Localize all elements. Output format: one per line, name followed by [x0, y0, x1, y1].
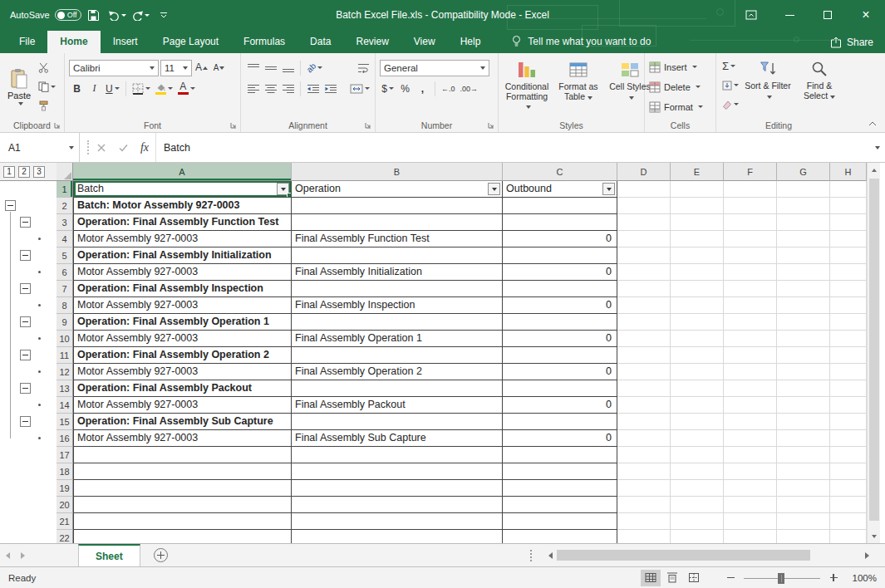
cell-e13[interactable]	[671, 380, 724, 397]
cell-c19[interactable]	[503, 480, 617, 497]
cell-c18[interactable]	[503, 463, 617, 480]
cell-b2[interactable]	[292, 198, 503, 214]
cell-h21[interactable]	[830, 513, 867, 530]
increase-indent-button[interactable]	[322, 80, 338, 97]
outline-level-3[interactable]: 3	[33, 166, 45, 178]
font-size-combo[interactable]: 11	[160, 60, 192, 76]
cell-g7[interactable]	[777, 281, 830, 297]
autosave-toggle[interactable]: AutoSave Off	[10, 9, 81, 21]
select-all-button[interactable]	[57, 163, 73, 181]
cell-e22[interactable]	[671, 530, 724, 543]
cell-d6[interactable]	[617, 264, 671, 281]
customize-quick-access-toolbar-button[interactable]	[153, 3, 175, 27]
tab-review[interactable]: Review	[343, 31, 401, 53]
column-header-d[interactable]: D	[617, 163, 671, 181]
cell-c3[interactable]	[503, 214, 617, 231]
cell-c8[interactable]: 0	[503, 297, 617, 314]
cell-a8[interactable]: Motor Assembly 927-0003	[73, 297, 292, 314]
vertical-scrollbar[interactable]	[867, 163, 880, 543]
outline-collapse-button[interactable]	[20, 283, 31, 294]
row-header-16[interactable]: 16	[57, 430, 73, 447]
cell-e8[interactable]	[671, 297, 724, 314]
cell-c16[interactable]: 0	[503, 430, 617, 447]
cell-a10[interactable]: Motor Assembly 927-0003	[73, 331, 292, 347]
name-box[interactable]: A1	[0, 133, 80, 162]
close-button[interactable]: ×	[847, 0, 885, 30]
cell-a2[interactable]: Batch: Motor Assembly 927-0003	[73, 198, 292, 214]
cell-d13[interactable]	[617, 380, 671, 397]
cell-f12[interactable]	[724, 364, 777, 380]
formula-input[interactable]: Batch	[155, 133, 867, 162]
cell-a22[interactable]	[73, 530, 292, 543]
format-cells-button[interactable]: Format	[649, 98, 712, 115]
sheet-tab[interactable]: Sheet	[78, 544, 140, 566]
cell-c6[interactable]: 0	[503, 264, 617, 281]
zoom-in-button[interactable]	[827, 571, 840, 585]
tab-home[interactable]: Home	[47, 31, 100, 53]
conditional-formatting-button[interactable]: Conditional Formatting	[503, 57, 551, 117]
cell-d15[interactable]	[617, 414, 671, 430]
cell-f13[interactable]	[724, 380, 777, 397]
cell-f9[interactable]	[724, 314, 777, 331]
cancel-button[interactable]	[91, 133, 112, 162]
tab-formulas[interactable]: Formulas	[231, 31, 297, 53]
cell-g4[interactable]	[777, 231, 830, 247]
cell-f16[interactable]	[724, 430, 777, 447]
row-header-1[interactable]: 1	[57, 181, 73, 198]
percent-style-button[interactable]: %	[397, 80, 413, 97]
row-header-18[interactable]: 18	[57, 463, 73, 480]
cell-h4[interactable]	[830, 231, 867, 247]
scroll-up-button[interactable]	[868, 163, 881, 177]
cell-e21[interactable]	[671, 513, 724, 530]
cell-g8[interactable]	[777, 297, 830, 314]
page-break-preview-button[interactable]	[684, 570, 704, 586]
cell-a5[interactable]: Operation: Final Assembly Initialization	[73, 247, 292, 264]
cell-g17[interactable]	[777, 447, 830, 463]
clear-button[interactable]	[720, 96, 740, 113]
decrease-indent-button[interactable]	[305, 80, 321, 97]
column-header-e[interactable]: E	[671, 163, 724, 181]
row-header-19[interactable]: 19	[57, 480, 73, 497]
cell-b21[interactable]	[292, 513, 503, 530]
cell-d22[interactable]	[617, 530, 671, 543]
row-header-12[interactable]: 12	[57, 364, 73, 380]
cell-b15[interactable]	[292, 414, 503, 430]
cell-c15[interactable]	[503, 414, 617, 430]
cell-d20[interactable]	[617, 497, 671, 513]
cell-a15[interactable]: Operation: Final Assembly Sub Capture	[73, 414, 292, 430]
cell-e10[interactable]	[671, 331, 724, 347]
cell-h22[interactable]	[830, 530, 867, 543]
cell-d4[interactable]	[617, 231, 671, 247]
cell-f10[interactable]	[724, 331, 777, 347]
cell-c2[interactable]	[503, 198, 617, 214]
cell-b12[interactable]: Final Assembly Operation 2	[292, 364, 503, 380]
zoom-slider-thumb[interactable]	[778, 573, 784, 584]
cell-b7[interactable]	[292, 281, 503, 297]
scroll-down-button[interactable]	[868, 529, 881, 543]
cell-h2[interactable]	[830, 198, 867, 214]
cell-h6[interactable]	[830, 264, 867, 281]
share-button[interactable]: Share	[830, 37, 873, 48]
font-dialog-launcher[interactable]	[229, 121, 238, 130]
cell-b18[interactable]	[292, 463, 503, 480]
row-header-10[interactable]: 10	[57, 331, 73, 347]
number-dialog-launcher[interactable]	[487, 121, 495, 130]
cell-f19[interactable]	[724, 480, 777, 497]
accounting-format-button[interactable]: $	[380, 80, 396, 97]
cell-d10[interactable]	[617, 331, 671, 347]
middle-align-button[interactable]	[263, 59, 278, 76]
cell-h14[interactable]	[830, 397, 867, 414]
row-header-11[interactable]: 11	[57, 347, 73, 364]
top-align-button[interactable]	[245, 59, 261, 76]
cell-b5[interactable]	[292, 247, 503, 264]
cell-h15[interactable]	[830, 414, 867, 430]
outline-collapse-button[interactable]	[20, 217, 31, 228]
cell-c22[interactable]	[503, 530, 617, 543]
decrease-font-size-button[interactable]: A	[211, 59, 227, 76]
outline-collapse-button[interactable]	[20, 416, 31, 427]
cell-d7[interactable]	[617, 281, 671, 297]
cell-a18[interactable]	[73, 463, 292, 480]
zoom-out-button[interactable]	[724, 571, 737, 585]
cell-f3[interactable]	[724, 214, 777, 231]
enter-button[interactable]	[112, 133, 134, 162]
